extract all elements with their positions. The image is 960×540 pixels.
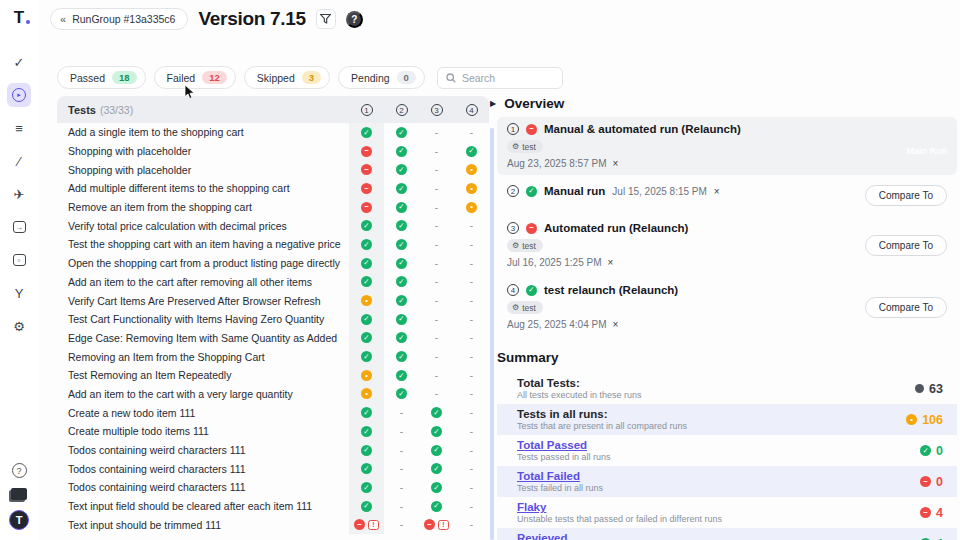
status-cell: ✓ — [349, 273, 384, 292]
summary-link[interactable]: Flaky — [517, 501, 920, 513]
search-input[interactable] — [462, 72, 554, 84]
pass-status-icon: ✓ — [526, 285, 537, 296]
run-item[interactable]: 2✓Manual runJul 15, 2025 8:15 PM×Compare… — [497, 179, 957, 212]
help-circle-icon[interactable]: ? — [12, 463, 27, 478]
table-row[interactable]: Removing an Item from the Shopping Cart✓… — [57, 347, 489, 366]
table-row[interactable]: Add an item to the cart with a very larg… — [57, 385, 489, 404]
sidebar-item-gear-icon[interactable]: ⚙ — [7, 314, 31, 338]
status-cell: - — [384, 459, 419, 478]
summary-label: Tests in all runs: — [517, 408, 906, 420]
comment-icon[interactable]: ! — [438, 520, 449, 530]
table-row[interactable]: Create a new todo item 111✓-✓- — [57, 403, 489, 422]
status-cell: - — [454, 347, 489, 366]
run-tag-chip[interactable]: ⚙test — [507, 239, 543, 252]
status-cell: − — [349, 142, 384, 161]
sidebar-item-plane-icon[interactable]: ✈ — [7, 182, 31, 206]
docs-book-icon[interactable] — [11, 488, 27, 500]
filter-funnel-button[interactable] — [316, 9, 336, 29]
pass-status-icon: ✓ — [466, 146, 477, 157]
search-box[interactable] — [437, 67, 563, 89]
summary-link[interactable]: Revieved — [517, 532, 920, 540]
filter-chip-passed[interactable]: Passed18 — [57, 66, 146, 89]
status-cell: - — [454, 254, 489, 273]
sidebar-item-wand-icon[interactable]: ∕ — [7, 149, 31, 173]
no-result-dash: - — [435, 127, 438, 138]
run-column-header[interactable]: 3 — [419, 104, 454, 116]
test-name: Create multiple todo items 111 — [68, 425, 349, 437]
filter-chip-failed[interactable]: Failed12 — [154, 66, 236, 89]
filter-chip-label: Failed — [167, 72, 196, 84]
table-row[interactable]: Test the shopping cart with an item havi… — [57, 235, 489, 254]
compare-to-button[interactable]: Compare To — [865, 235, 947, 256]
table-row[interactable]: Add a single item to the shopping cart✓✓… — [57, 123, 489, 142]
status-cell: ✓ — [384, 347, 419, 366]
filter-chip-label: Skipped — [257, 72, 295, 84]
tests-table-body: Add a single item to the shopping cart✓✓… — [57, 123, 489, 534]
compare-to-button[interactable]: Compare To — [865, 297, 947, 318]
table-row[interactable]: Edge Case: Removing Item with Same Quant… — [57, 329, 489, 348]
collapse-triangle-icon[interactable]: ▶ — [490, 99, 496, 108]
run-column-header[interactable]: 1 — [349, 104, 384, 116]
remove-run-icon[interactable]: × — [714, 186, 720, 197]
sidebar-item-image-icon[interactable]: ▫ — [7, 248, 31, 272]
test-name: Verify Cart Items Are Preserved After Br… — [68, 295, 349, 307]
sidebar-item-import-run-icon[interactable]: → — [7, 215, 31, 239]
run-column-header[interactable]: 2 — [384, 104, 419, 116]
summary-value: ✓0 — [920, 444, 943, 458]
search-icon — [446, 73, 456, 83]
no-result-dash: - — [435, 220, 438, 231]
summary-link[interactable]: Total Failed — [517, 470, 920, 482]
filter-chip-count: 12 — [202, 71, 227, 84]
back-to-rungroup-button[interactable]: « RunGroup #13a335c6 — [50, 8, 188, 30]
status-cell: ✓ — [349, 403, 384, 422]
user-avatar[interactable]: T — [9, 510, 29, 530]
status-cell: ✓ — [419, 441, 454, 460]
table-row[interactable]: Create multiple todo items 111✓-✓- — [57, 422, 489, 441]
filter-chip-pending[interactable]: Pending0 — [338, 66, 425, 89]
table-row[interactable]: Todos containing weird characters 111✓-✓… — [57, 478, 489, 497]
summary-row: Total Tests:All tests executed in these … — [497, 373, 957, 404]
run-item[interactable]: 4✓test relaunch (Relaunch)⚙testAug 25, 2… — [497, 278, 957, 336]
table-row[interactable]: Shopping with placeholder−✓-✓ — [57, 142, 489, 161]
filter-chip-skipped[interactable]: Skipped3 — [244, 66, 330, 89]
run-date-line: Aug 25, 2025 4:04 PM× — [507, 319, 865, 330]
no-result-dash: - — [470, 501, 473, 512]
tests-scrollbar-thumb[interactable] — [490, 128, 494, 540]
table-row[interactable]: Test Cart Functionality with Items Havin… — [57, 310, 489, 329]
sidebar-item-branch-icon[interactable]: Y — [7, 281, 31, 305]
table-row[interactable]: Verify total price calculation with deci… — [57, 216, 489, 235]
remove-run-icon[interactable]: × — [608, 257, 614, 268]
table-row[interactable]: Todos containing weird characters 111✓-✓… — [57, 459, 489, 478]
table-row[interactable]: Text input field should be cleared after… — [57, 497, 489, 516]
comment-icon[interactable]: ! — [368, 520, 379, 530]
table-row[interactable]: Add an item to the cart after removing a… — [57, 273, 489, 292]
tests-scrollbar-track[interactable] — [490, 128, 494, 540]
sidebar-item-checklist-icon[interactable]: ≡ — [7, 116, 31, 140]
summary-link[interactable]: Total Passed — [517, 439, 920, 451]
no-result-dash: - — [435, 370, 438, 381]
remove-run-icon[interactable]: × — [613, 158, 619, 169]
table-row[interactable]: Open the shopping cart from a product li… — [57, 254, 489, 273]
table-row[interactable]: Add multiple different items to the shop… — [57, 179, 489, 198]
table-row[interactable]: Test Removing an Item Repeatedly•✓-- — [57, 366, 489, 385]
tag-gear-icon: ⚙ — [512, 142, 519, 151]
table-row[interactable]: Shopping with placeholder−✓-• — [57, 160, 489, 179]
table-row[interactable]: Remove an item from the shopping cart−✓-… — [57, 198, 489, 217]
fail-status-icon: − — [526, 124, 537, 135]
run-tag-chip[interactable]: ⚙test — [507, 301, 543, 314]
run-column-header[interactable]: 4 — [454, 104, 489, 116]
table-row[interactable]: Text input should be trimmed 111−!-−!- — [57, 515, 489, 534]
table-row[interactable]: Verify Cart Items Are Preserved After Br… — [57, 291, 489, 310]
summary-row: Total FailedTests failed in all runs−0 — [497, 466, 957, 497]
table-row[interactable]: Todos containing weird characters 111✓-✓… — [57, 441, 489, 460]
run-tag-chip[interactable]: ⚙test — [507, 140, 543, 153]
sidebar-item-play-runs-icon[interactable]: ▸ — [7, 83, 31, 107]
compare-to-button[interactable]: Compare To — [865, 185, 947, 206]
status-cell: ✓ — [384, 123, 419, 142]
run-item[interactable]: 3−Automated run (Relaunch)⚙testJul 16, 2… — [497, 216, 957, 274]
app-logo[interactable]: T — [14, 8, 24, 28]
remove-run-icon[interactable]: × — [613, 319, 619, 330]
help-button[interactable]: ? — [346, 11, 363, 28]
sidebar-item-check-icon[interactable]: ✓ — [7, 50, 31, 74]
run-item[interactable]: 1−Manual & automated run (Relaunch)⚙test… — [497, 117, 957, 175]
